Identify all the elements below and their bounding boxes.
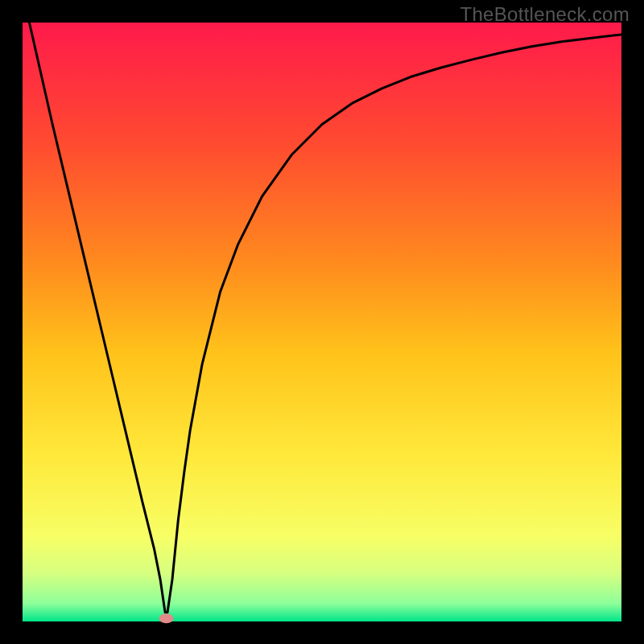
optimum-marker xyxy=(159,613,174,623)
chart-frame: TheBottleneck.com xyxy=(0,0,644,644)
bottleneck-chart xyxy=(0,0,644,644)
gradient-background xyxy=(23,23,621,621)
